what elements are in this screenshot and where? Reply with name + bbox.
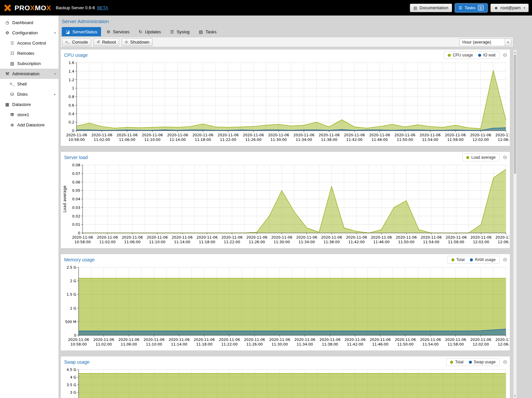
gear-icon: ⚙ bbox=[4, 30, 11, 35]
collapse-icon[interactable]: ⊖ bbox=[503, 52, 507, 58]
svg-text:2020-11-0611:18:00: 2020-11-0611:18:00 bbox=[196, 235, 218, 244]
shutdown-button[interactable]: ⊙ Shutdown bbox=[122, 38, 153, 46]
chevron-right-icon: ▸ bbox=[54, 92, 56, 96]
svg-text:0.2: 0.2 bbox=[69, 120, 75, 124]
chevron-down-icon: ▾ bbox=[523, 6, 525, 10]
documentation-button[interactable]: ▤ Documentation bbox=[410, 4, 452, 12]
svg-text:0.8: 0.8 bbox=[69, 95, 75, 99]
svg-text:2020-11-0611:26:00: 2020-11-0611:26:00 bbox=[243, 133, 264, 142]
reboot-icon: ↺ bbox=[97, 40, 100, 44]
user-icon: ☻ bbox=[494, 6, 498, 10]
svg-text:0.02: 0.02 bbox=[72, 214, 81, 218]
sidebar-item-label: Datastore bbox=[12, 102, 31, 107]
legend-dot bbox=[466, 156, 469, 159]
database-icon: ⛃ bbox=[9, 112, 16, 117]
svg-text:2020-11-0611:18:00: 2020-11-0611:18:00 bbox=[192, 133, 213, 142]
sidebar-item-dashboard[interactable]: ◷ Dashboard bbox=[0, 17, 58, 28]
legend-label: RAM usage bbox=[475, 257, 496, 262]
server-icon: ☷ bbox=[9, 51, 16, 56]
tasks-list-icon: ☰ bbox=[459, 6, 462, 10]
sidebar-item-shell[interactable]: >_ Shell bbox=[0, 79, 58, 89]
tab-updates[interactable]: ↻ Updates bbox=[135, 27, 165, 36]
tab-tasks[interactable]: ▤ Tasks bbox=[195, 27, 221, 36]
list-icon: ☰ bbox=[170, 29, 174, 34]
svg-text:2020-11-0611:10:00: 2020-11-0611:10:00 bbox=[143, 338, 164, 347]
scrollbar-thumb[interactable] bbox=[514, 54, 516, 174]
timeframe-select[interactable]: Hour (average) ▾ bbox=[459, 38, 512, 46]
svg-text:2020-11-0611:14:00: 2020-11-0611:14:00 bbox=[169, 338, 190, 347]
svg-text:4.5 G: 4.5 G bbox=[66, 368, 76, 372]
legend-dot bbox=[470, 258, 473, 261]
legend-item-cpu-usage[interactable]: CPU usage bbox=[448, 53, 473, 57]
terminal-icon: >_ bbox=[65, 40, 70, 44]
svg-text:2020-11-0611:58:00: 2020-11-0611:58:00 bbox=[445, 338, 466, 347]
plus-circle-icon: ⊕ bbox=[9, 122, 16, 127]
legend-label: Swap usage bbox=[474, 360, 496, 364]
legend-item-total[interactable]: Total bbox=[451, 257, 465, 262]
tab-serverstatus[interactable]: ◪ ServerStatus bbox=[62, 27, 101, 36]
svg-text:2020-11-0611:06:00: 2020-11-0611:06:00 bbox=[122, 235, 143, 244]
collapse-icon[interactable]: ⊖ bbox=[503, 257, 507, 262]
legend-item-total[interactable]: Total bbox=[450, 360, 463, 364]
tab-label: ServerStatus bbox=[72, 29, 97, 34]
scroll-up-icon[interactable]: ▲ bbox=[514, 50, 516, 54]
tasks-count-badge: 1 bbox=[478, 5, 484, 11]
tasks-button[interactable]: ☰ Tasks 1 bbox=[455, 4, 487, 12]
svg-text:2020-11-0611:42:00: 2020-11-0611:42:00 bbox=[346, 235, 367, 244]
tab-services[interactable]: ⚙ Services bbox=[102, 27, 133, 36]
sidebar-item-label: Disks bbox=[17, 92, 28, 97]
tab-syslog[interactable]: ☰ Syslog bbox=[166, 27, 194, 36]
svg-text:2020-11-0611:06:00: 2020-11-0611:06:00 bbox=[117, 133, 138, 142]
sidebar-item-store1[interactable]: ⛃ store1 bbox=[0, 110, 58, 120]
legend-label: Total bbox=[456, 257, 465, 262]
svg-text:2 G: 2 G bbox=[70, 279, 76, 283]
chart-legend: Total Swap usage bbox=[446, 358, 499, 366]
svg-text:2020-11-0611:54:00: 2020-11-0611:54:00 bbox=[421, 235, 442, 244]
collapse-icon[interactable]: ⊖ bbox=[503, 359, 507, 365]
svg-text:3 G: 3 G bbox=[70, 390, 76, 395]
console-button[interactable]: >_ Console bbox=[62, 38, 91, 46]
legend-item-ram-usage[interactable]: RAM usage bbox=[470, 257, 496, 262]
svg-text:2020-11-0611:58:00: 2020-11-0611:58:00 bbox=[445, 133, 466, 142]
svg-text:2020-11-0612:02:00: 2020-11-0612:02:00 bbox=[470, 133, 491, 142]
scroll-down-icon[interactable]: ▼ bbox=[514, 394, 516, 398]
logo-part: X bbox=[30, 4, 35, 12]
panels-scroll-area: CPU usage CPU usage IO wait ⊖ 00.20.40.6… bbox=[58, 47, 532, 398]
sidebar-item-configuration[interactable]: ⚙ Configuration ▾ bbox=[0, 28, 58, 38]
sidebar-item-subscription[interactable]: ▤ Subscription bbox=[0, 58, 58, 69]
legend-item-io-wait[interactable]: IO wait bbox=[478, 53, 495, 57]
collapse-icon[interactable]: ⊖ bbox=[503, 155, 507, 160]
console-label: Console bbox=[72, 40, 88, 45]
svg-text:2020-11-0611:22:00: 2020-11-0611:22:00 bbox=[218, 133, 239, 142]
logo-part: MO bbox=[35, 4, 47, 12]
sidebar-item-add-datastore[interactable]: ⊕ Add Datastore bbox=[0, 120, 58, 130]
svg-text:2020-11-0611:54:00: 2020-11-0611:54:00 bbox=[420, 133, 441, 142]
svg-text:2020-11-0611:14:00: 2020-11-0611:14:00 bbox=[172, 235, 193, 244]
legend-label: Load average bbox=[471, 155, 495, 160]
cpu-usage-chart: 00.20.40.60.811.21.41.62020-11-0610:58:0… bbox=[61, 60, 509, 145]
panel-header: Server load Load average ⊖ bbox=[61, 152, 510, 162]
svg-text:2020-11-0611:18:00: 2020-11-0611:18:00 bbox=[194, 338, 215, 347]
svg-text:0: 0 bbox=[78, 231, 80, 235]
body-row: ◷ Dashboard ⚙ Configuration ▾ ⚿ Access C… bbox=[0, 16, 532, 398]
chart-legend: Total RAM usage bbox=[447, 256, 500, 264]
legend-item-load-average[interactable]: Load average bbox=[466, 155, 495, 160]
top-header: PROXMOX Backup Server 0.9-6 BETA ▤ Docum… bbox=[0, 0, 532, 16]
sidebar-item-administration[interactable]: ⚒ Administration ▾ bbox=[0, 69, 58, 79]
chevron-down-icon: ▾ bbox=[54, 72, 56, 76]
header-actions: ▤ Documentation ☰ Tasks 1 ☻ root@pam ▾ bbox=[410, 4, 529, 12]
sidebar-item-disks[interactable]: ⛁ Disks ▸ bbox=[0, 89, 58, 99]
sidebar-item-datastore[interactable]: ▦ Datastore bbox=[0, 99, 58, 110]
reboot-button[interactable]: ↺ Reboot bbox=[93, 38, 119, 46]
legend-item-swap-usage[interactable]: Swap usage bbox=[469, 360, 496, 364]
sidebar-item-remotes[interactable]: ☷ Remotes bbox=[0, 48, 58, 58]
beta-link[interactable]: BETA bbox=[97, 5, 108, 10]
legend-dot bbox=[448, 54, 451, 57]
svg-text:2020-11-0611:46:00: 2020-11-0611:46:00 bbox=[369, 133, 390, 142]
vertical-scrollbar[interactable]: ▲ ▼ bbox=[513, 50, 517, 398]
tab-label: Services bbox=[113, 29, 129, 34]
user-menu-button[interactable]: ☻ root@pam ▾ bbox=[490, 4, 529, 12]
svg-text:2.5 G: 2.5 G bbox=[66, 265, 76, 270]
sidebar-item-access-control[interactable]: ⚿ Access Control bbox=[0, 38, 58, 48]
svg-text:2020-11-0611:42:00: 2020-11-0611:42:00 bbox=[344, 338, 366, 347]
